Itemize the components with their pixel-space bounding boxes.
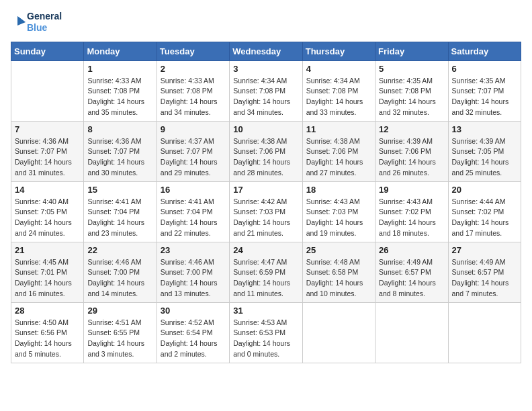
calendar-cell: 12Sunrise: 4:39 AMSunset: 7:06 PMDayligh…: [375, 121, 448, 181]
day-number: 9: [161, 124, 226, 134]
day-number: 29: [87, 306, 152, 316]
day-number: 6: [452, 64, 517, 74]
calendar-cell: 2Sunrise: 4:33 AMSunset: 7:08 PMDaylight…: [157, 60, 229, 121]
column-header-monday: Monday: [84, 42, 157, 60]
calendar-cell: [11, 60, 84, 121]
calendar-cell: 14Sunrise: 4:40 AMSunset: 7:05 PMDayligh…: [11, 181, 84, 242]
calendar-cell: 6Sunrise: 4:35 AMSunset: 7:07 PMDaylight…: [448, 60, 521, 121]
calendar-cell: [302, 302, 375, 363]
day-number: 13: [452, 124, 517, 134]
calendar-cell: 19Sunrise: 4:43 AMSunset: 7:02 PMDayligh…: [375, 181, 448, 242]
day-info: Sunrise: 4:36 AMSunset: 7:07 PMDaylight:…: [87, 136, 152, 179]
calendar-cell: 27Sunrise: 4:49 AMSunset: 6:57 PMDayligh…: [448, 242, 521, 302]
column-header-sunday: Sunday: [11, 42, 84, 60]
day-number: 17: [233, 185, 298, 195]
day-info: Sunrise: 4:42 AMSunset: 7:03 PMDaylight:…: [233, 197, 298, 239]
calendar-cell: 21Sunrise: 4:45 AMSunset: 7:01 PMDayligh…: [11, 242, 84, 302]
day-info: Sunrise: 4:37 AMSunset: 7:07 PMDaylight:…: [161, 136, 226, 179]
day-number: 19: [379, 185, 444, 195]
day-info: Sunrise: 4:34 AMSunset: 7:08 PMDaylight:…: [233, 76, 298, 118]
day-info: Sunrise: 4:46 AMSunset: 7:00 PMDaylight:…: [161, 257, 226, 300]
column-header-friday: Friday: [375, 42, 448, 60]
week-row-2: 7Sunrise: 4:36 AMSunset: 7:07 PMDaylight…: [11, 121, 521, 181]
calendar-cell: 31Sunrise: 4:53 AMSunset: 6:53 PMDayligh…: [230, 302, 302, 363]
calendar-cell: 5Sunrise: 4:35 AMSunset: 7:08 PMDaylight…: [375, 60, 448, 121]
calendar-cell: 30Sunrise: 4:52 AMSunset: 6:54 PMDayligh…: [157, 302, 229, 363]
day-info: Sunrise: 4:50 AMSunset: 6:56 PMDaylight:…: [15, 318, 80, 360]
day-info: Sunrise: 4:52 AMSunset: 6:54 PMDaylight:…: [161, 318, 226, 360]
day-number: 24: [233, 245, 298, 255]
day-number: 15: [87, 185, 152, 195]
day-number: 10: [233, 124, 298, 134]
day-info: Sunrise: 4:47 AMSunset: 6:59 PMDaylight:…: [233, 257, 298, 300]
day-number: 22: [87, 245, 152, 255]
day-info: Sunrise: 4:49 AMSunset: 6:57 PMDaylight:…: [379, 257, 444, 300]
calendar-cell: 28Sunrise: 4:50 AMSunset: 6:56 PMDayligh…: [11, 302, 84, 363]
day-info: Sunrise: 4:46 AMSunset: 7:00 PMDaylight:…: [87, 257, 152, 300]
svg-marker-1: [17, 16, 26, 26]
calendar-cell: 16Sunrise: 4:41 AMSunset: 7:04 PMDayligh…: [157, 181, 229, 242]
day-number: 25: [306, 245, 371, 255]
day-number: 26: [379, 245, 444, 255]
day-number: 31: [233, 306, 298, 316]
calendar-cell: [375, 302, 448, 363]
calendar-cell: 4Sunrise: 4:34 AMSunset: 7:08 PMDaylight…: [302, 60, 375, 121]
calendar-cell: 18Sunrise: 4:43 AMSunset: 7:03 PMDayligh…: [302, 181, 375, 242]
day-info: Sunrise: 4:48 AMSunset: 6:58 PMDaylight:…: [306, 257, 371, 300]
day-number: 7: [15, 124, 80, 134]
day-info: Sunrise: 4:35 AMSunset: 7:07 PMDaylight:…: [452, 76, 517, 118]
calendar-cell: 29Sunrise: 4:51 AMSunset: 6:55 PMDayligh…: [84, 302, 157, 363]
day-number: 5: [379, 64, 444, 74]
logo-text: General Blue: [27, 11, 62, 34]
calendar-cell: 9Sunrise: 4:37 AMSunset: 7:07 PMDaylight…: [157, 121, 229, 181]
calendar-cell: 8Sunrise: 4:36 AMSunset: 7:07 PMDaylight…: [84, 121, 157, 181]
day-info: Sunrise: 4:38 AMSunset: 7:06 PMDaylight:…: [233, 136, 298, 179]
day-number: 12: [379, 124, 444, 134]
day-number: 1: [87, 64, 152, 74]
day-number: 3: [233, 64, 298, 74]
calendar-cell: 10Sunrise: 4:38 AMSunset: 7:06 PMDayligh…: [230, 121, 302, 181]
logo-bird-icon: [11, 13, 26, 31]
calendar-table: SundayMondayTuesdayWednesdayThursdayFrid…: [11, 42, 521, 363]
day-info: Sunrise: 4:38 AMSunset: 7:06 PMDaylight:…: [306, 136, 371, 179]
calendar-cell: 17Sunrise: 4:42 AMSunset: 7:03 PMDayligh…: [230, 181, 302, 242]
calendar-cell: 25Sunrise: 4:48 AMSunset: 6:58 PMDayligh…: [302, 242, 375, 302]
week-row-5: 28Sunrise: 4:50 AMSunset: 6:56 PMDayligh…: [11, 302, 521, 363]
day-number: 11: [306, 124, 371, 134]
day-number: 14: [15, 185, 80, 195]
day-number: 20: [452, 185, 517, 195]
day-info: Sunrise: 4:49 AMSunset: 6:57 PMDaylight:…: [452, 257, 517, 300]
logo-container: General Blue: [11, 11, 62, 34]
day-number: 27: [452, 245, 517, 255]
day-info: Sunrise: 4:36 AMSunset: 7:07 PMDaylight:…: [15, 136, 80, 179]
calendar-cell: 1Sunrise: 4:33 AMSunset: 7:08 PMDaylight…: [84, 60, 157, 121]
calendar-cell: 22Sunrise: 4:46 AMSunset: 7:00 PMDayligh…: [84, 242, 157, 302]
week-row-4: 21Sunrise: 4:45 AMSunset: 7:01 PMDayligh…: [11, 242, 521, 302]
column-header-tuesday: Tuesday: [157, 42, 229, 60]
calendar-cell: [448, 302, 521, 363]
day-info: Sunrise: 4:45 AMSunset: 7:01 PMDaylight:…: [15, 257, 80, 300]
day-info: Sunrise: 4:43 AMSunset: 7:02 PMDaylight:…: [379, 197, 444, 239]
day-info: Sunrise: 4:34 AMSunset: 7:08 PMDaylight:…: [306, 76, 371, 118]
calendar-cell: 3Sunrise: 4:34 AMSunset: 7:08 PMDaylight…: [230, 60, 302, 121]
column-header-saturday: Saturday: [448, 42, 521, 60]
day-info: Sunrise: 4:43 AMSunset: 7:03 PMDaylight:…: [306, 197, 371, 239]
day-info: Sunrise: 4:41 AMSunset: 7:04 PMDaylight:…: [161, 197, 226, 239]
logo: General Blue: [11, 11, 62, 34]
calendar-cell: 11Sunrise: 4:38 AMSunset: 7:06 PMDayligh…: [302, 121, 375, 181]
day-info: Sunrise: 4:33 AMSunset: 7:08 PMDaylight:…: [161, 76, 226, 118]
day-info: Sunrise: 4:35 AMSunset: 7:08 PMDaylight:…: [379, 76, 444, 118]
calendar-cell: 23Sunrise: 4:46 AMSunset: 7:00 PMDayligh…: [157, 242, 229, 302]
day-info: Sunrise: 4:44 AMSunset: 7:02 PMDaylight:…: [452, 197, 517, 239]
calendar-cell: 13Sunrise: 4:39 AMSunset: 7:05 PMDayligh…: [448, 121, 521, 181]
calendar-cell: 20Sunrise: 4:44 AMSunset: 7:02 PMDayligh…: [448, 181, 521, 242]
day-number: 2: [161, 64, 226, 74]
day-info: Sunrise: 4:33 AMSunset: 7:08 PMDaylight:…: [87, 76, 152, 118]
day-info: Sunrise: 4:39 AMSunset: 7:05 PMDaylight:…: [452, 136, 517, 179]
day-number: 21: [15, 245, 80, 255]
day-number: 8: [87, 124, 152, 134]
calendar-cell: 24Sunrise: 4:47 AMSunset: 6:59 PMDayligh…: [230, 242, 302, 302]
day-info: Sunrise: 4:51 AMSunset: 6:55 PMDaylight:…: [87, 318, 152, 360]
day-info: Sunrise: 4:41 AMSunset: 7:04 PMDaylight:…: [87, 197, 152, 239]
day-number: 28: [15, 306, 80, 316]
